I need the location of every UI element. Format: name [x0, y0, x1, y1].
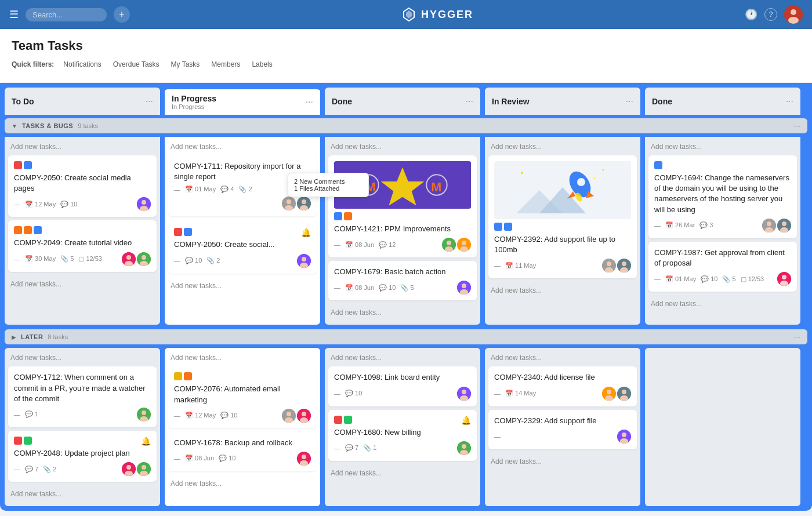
col-menu-todo[interactable]: ··· — [146, 96, 153, 107]
add-task-bottom-done-later[interactable]: Add new tasks... — [328, 464, 477, 482]
svg-point-59 — [782, 221, 786, 226]
card-tb-ip-1[interactable]: COMPY-1711: Repository import for a sing… — [168, 155, 317, 216]
svg-point-18 — [302, 199, 306, 204]
avatar-d1b — [457, 238, 471, 252]
svg-point-53 — [622, 261, 626, 266]
card-later-ip-2[interactable]: COMPY-1678: Backup and rollback — 📅 08 J… — [168, 432, 317, 471]
filter-labels[interactable]: Labels — [247, 59, 277, 70]
add-task-ip-tb[interactable]: Add new tasks... — [168, 140, 317, 155]
add-task-done2-tb[interactable]: Add new tasks... — [648, 140, 797, 155]
avatars-lt2 — [122, 462, 151, 476]
group-header-later[interactable]: ▶ LATER 8 tasks ··· — [5, 329, 807, 344]
avatar-lir2 — [617, 430, 631, 444]
tag-blue2 — [34, 226, 42, 234]
meta-lip1: — 📅 12 May 💬 10 — [174, 412, 237, 419]
clock-icon[interactable]: 🕐 — [745, 8, 757, 21]
col-todo-later: Add new tasks... COMPY-1712: When commen… — [5, 348, 160, 506]
svg-point-83 — [462, 390, 466, 394]
menu-icon[interactable]: ☰ — [9, 8, 19, 21]
col-menu-done2[interactable]: ··· — [786, 96, 793, 107]
col-ir-later: Add new tasks... COMPY-2340: Add license… — [485, 348, 640, 506]
col-title-done: Done — [332, 97, 352, 106]
add-task-bottom-ip-tb[interactable]: Add new tasks... — [168, 277, 317, 295]
search-input[interactable] — [26, 8, 107, 21]
col-menu-inprogress[interactable]: ··· — [306, 97, 313, 107]
user-avatar[interactable] — [784, 5, 803, 24]
progress-2: ▢ 12/53 — [78, 255, 102, 263]
logo-icon — [401, 7, 416, 22]
col-title-todo: To Do — [12, 97, 34, 106]
meta-lip2: — 📅 08 Jun 💬 10 — [174, 455, 235, 462]
avatars-lir1 — [602, 387, 631, 401]
avatar-lip1b — [297, 409, 311, 423]
card-title-tb-todo-1: COMPY-2050: Create social media pages — [14, 173, 151, 194]
add-task-done-later[interactable]: Add new tasks... — [328, 351, 477, 366]
avatars-ip2 — [297, 254, 311, 268]
add-task-bottom-ir-tb[interactable]: Add new tasks... — [488, 282, 637, 299]
avatar-ip1b — [297, 197, 311, 210]
col-menu-inreview[interactable]: ··· — [626, 96, 633, 107]
card-later-ip-1[interactable]: COMPY-2076: Automated email marketing — … — [168, 366, 317, 428]
card-tb-ir-1[interactable]: COMPY-2392: Add support file up to 100mb… — [488, 155, 637, 278]
help-icon[interactable]: ? — [764, 8, 777, 21]
card-tb-ip-2[interactable]: 🔔 COMPY-2050: Create social... — 💬 10 📎 … — [168, 222, 317, 273]
card-footer: — 📅 12 May 💬 10 — [14, 197, 151, 211]
svg-point-92 — [622, 390, 626, 394]
page-title: Team Tasks — [12, 38, 800, 53]
card-tags — [14, 161, 151, 169]
add-task-bottom-done2-tb[interactable]: Add new tasks... — [648, 295, 797, 312]
priority-lir2: — — [494, 433, 501, 440]
add-task-bottom-todo-later[interactable]: Add new tasks... — [8, 485, 157, 503]
meta-done2: — 📅 08 Jun 💬 10 📎 5 — [334, 284, 414, 292]
tags-lt2 — [14, 437, 32, 445]
card-tb-done-1[interactable]: M M COMPY-1421: PPM Improvements — 📅 08 … — [328, 155, 477, 257]
svg-point-71 — [142, 465, 146, 470]
priority-lip2: — — [174, 455, 180, 462]
add-task-todo-later[interactable]: Add new tasks... — [8, 351, 157, 366]
filter-overdue[interactable]: Overdue Tasks — [108, 59, 164, 70]
svg-point-15 — [287, 199, 291, 204]
card-tb-todo-1[interactable]: COMPY-2050: Create social media pages — … — [8, 155, 157, 217]
col-title-text-inreview: In Review — [492, 97, 530, 106]
card-later-todo-2[interactable]: 🔔 COMPY-2048: Update project plan — 💬 7 … — [8, 431, 157, 482]
card-tb-done2-1[interactable]: COMPY-1694: Change the nameservers of th… — [648, 155, 797, 238]
card-later-done-2[interactable]: 🔔 COMPY-1680: New billing — 💬 7 📎 1 — [328, 410, 477, 461]
col-header-in-review: In Review ··· — [485, 88, 640, 115]
add-task-bottom-ir-later[interactable]: Add new tasks... — [488, 453, 637, 470]
group-more-icon[interactable]: ··· — [793, 121, 800, 130]
card-tb-todo-2[interactable]: COMPY-2049: Create tutorial video — 📅 30… — [8, 220, 157, 271]
col-done2-later — [645, 348, 800, 506]
filter-my-tasks[interactable]: My Tasks — [166, 59, 205, 70]
priority-done1: — — [334, 241, 340, 248]
svg-point-42 — [577, 178, 585, 186]
card-tb-done2-2[interactable]: COMPY-1987: Get approval from client of … — [648, 242, 797, 292]
card-later-ir-2[interactable]: COMPY-2329: Add support file — — [488, 410, 637, 449]
footer-ld1: — 💬 10 — [334, 387, 471, 401]
avatars-ld2 — [457, 441, 471, 455]
add-task-bottom-ip-later[interactable]: Add new tasks... — [168, 475, 317, 492]
priority-lip1: — — [174, 412, 180, 419]
add-icon[interactable]: + — [114, 6, 130, 23]
group-later-more[interactable]: ··· — [793, 332, 800, 341]
tags-done2-1 — [654, 161, 791, 169]
col-menu-done[interactable]: ··· — [466, 96, 473, 107]
card-tb-done-2[interactable]: COMPY-1679: Basic batch action — 📅 08 Ju… — [328, 261, 477, 300]
date-done1: 📅 08 Jun — [345, 241, 374, 249]
svg-point-47 — [603, 169, 604, 171]
add-task-ir-tb[interactable]: Add new tasks... — [488, 140, 637, 155]
card-later-ir-1[interactable]: COMPY-2340: Add license file — 📅 14 May — [488, 366, 637, 406]
card-later-todo-1[interactable]: COMPY-1712: When comment on a commit in … — [8, 366, 157, 427]
filter-notifications[interactable]: Notifications — [59, 59, 106, 70]
add-task-ip-later[interactable]: Add new tasks... — [168, 351, 317, 366]
add-task-bottom-todo-tb[interactable]: Add new tasks... — [8, 275, 157, 293]
svg-point-21 — [302, 257, 306, 261]
card-later-done-1[interactable]: COMPY-1098: Link board entity — 💬 10 — [328, 366, 477, 406]
filter-members[interactable]: Members — [206, 59, 245, 70]
add-task-bottom-done-tb[interactable]: Add new tasks... — [328, 304, 477, 321]
comments-done1: 💬 12 — [379, 241, 396, 249]
add-task-ir-later[interactable]: Add new tasks... — [488, 351, 637, 366]
add-task-done-tb[interactable]: Add new tasks... — [328, 140, 477, 155]
add-task-todo-tb[interactable]: Add new tasks... — [8, 140, 157, 155]
date-ip1: 📅 01 May — [185, 186, 216, 193]
group-header-tasks-bugs[interactable]: ▼ TASKS & BUGS 9 tasks ··· — [5, 118, 807, 133]
